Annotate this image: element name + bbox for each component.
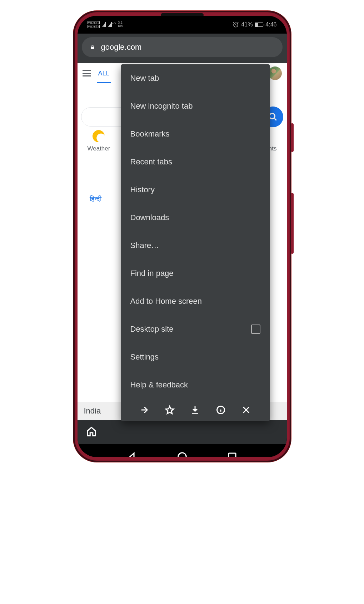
weather-label: Weather [88, 145, 110, 152]
sim2-label: 2 [97, 25, 100, 28]
alarm-icon [233, 21, 239, 28]
volume-button [291, 193, 294, 254]
avatar[interactable] [268, 66, 282, 80]
status-bar: VoLTE1 VoLTE2 4G 3.2 K/s 41% 4:46 [78, 16, 287, 34]
signal-icon-2 [108, 22, 112, 27]
desktop-site-checkbox[interactable] [251, 325, 260, 334]
network-speed: 3.2 K/s [118, 21, 123, 28]
sim1-label: 1 [97, 21, 100, 24]
menu-downloads[interactable]: Downloads [121, 204, 270, 232]
phone-frame: VoLTE1 VoLTE2 4G 3.2 K/s 41% 4:46 [73, 11, 291, 462]
menu-new-incognito[interactable]: New incognito tab [121, 92, 270, 120]
menu-history[interactable]: History [121, 176, 270, 204]
menu-help-feedback[interactable]: Help & feedback [121, 371, 270, 399]
menu-add-home-screen[interactable]: Add to Home screen [121, 287, 270, 315]
battery-text: 41% [241, 21, 253, 28]
download-icon[interactable] [190, 405, 200, 415]
phone-screen: VoLTE1 VoLTE2 4G 3.2 K/s 41% 4:46 [78, 16, 287, 457]
volte-label-1: VoLTE [88, 21, 96, 24]
hamburger-icon[interactable] [83, 70, 91, 76]
android-nav-bar [78, 444, 287, 457]
network-type: 4G [112, 22, 116, 25]
overflow-menu: New tab New incognito tab Bookmarks Rece… [121, 64, 270, 421]
menu-desktop-site[interactable]: Desktop site [121, 315, 270, 343]
menu-share[interactable]: Share… [121, 232, 270, 259]
clock-text: 4:46 [265, 21, 276, 28]
back-button[interactable] [127, 451, 138, 457]
menu-find-in-page[interactable]: Find in page [121, 259, 270, 287]
browser-toolbar: google.com [78, 34, 287, 63]
battery-icon [255, 23, 263, 27]
shortcut-partial[interactable]: nts [269, 130, 277, 152]
overview-button[interactable] [227, 451, 238, 457]
shortcut-label-partial: nts [269, 145, 277, 152]
url-text: google.com [101, 43, 142, 52]
home-button[interactable] [86, 426, 97, 438]
weather-shortcut[interactable]: Weather [88, 130, 110, 152]
menu-action-bar [121, 399, 270, 421]
menu-recent-tabs[interactable]: Recent tabs [121, 148, 270, 176]
home-nav-button[interactable] [177, 451, 188, 457]
menu-new-tab[interactable]: New tab [121, 64, 270, 92]
menu-bookmarks[interactable]: Bookmarks [121, 120, 270, 148]
volte-label-2: VoLTE [88, 25, 96, 28]
info-icon[interactable] [216, 405, 226, 415]
tab-all[interactable]: ALL [97, 64, 111, 83]
url-bar[interactable]: google.com [82, 37, 283, 57]
svg-point-1 [269, 113, 275, 119]
close-icon[interactable] [241, 405, 251, 415]
svg-rect-3 [229, 453, 236, 457]
bottom-toolbar [78, 420, 287, 444]
lock-icon [90, 44, 95, 50]
power-button [291, 123, 294, 152]
signal-icon [102, 22, 106, 27]
menu-settings[interactable]: Settings [121, 343, 270, 371]
svg-point-2 [178, 453, 186, 457]
star-icon[interactable] [165, 405, 175, 415]
forward-icon[interactable] [139, 405, 149, 415]
weather-icon [93, 130, 105, 142]
